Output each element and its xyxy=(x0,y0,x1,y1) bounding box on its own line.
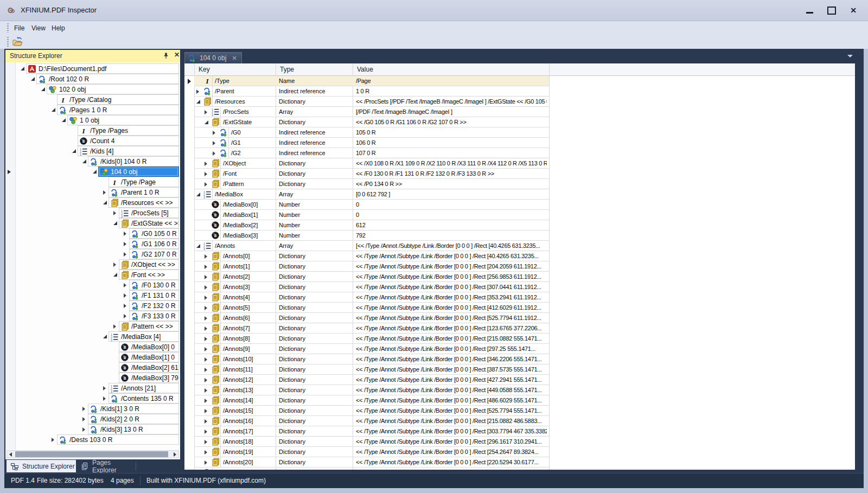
tree-item[interactable]: I/Type /Page xyxy=(5,177,180,188)
expand-arrow-icon[interactable] xyxy=(205,440,207,444)
tree-node[interactable]: /XObject << >> xyxy=(119,259,179,270)
tree-item[interactable]: /G0 105 0 R xyxy=(5,228,180,239)
expand-arrow-icon[interactable] xyxy=(124,304,126,308)
table-row[interactable]: 123/MediaBoxArray[0 0 612 792 ] xyxy=(194,189,549,200)
table-row[interactable]: /ExtGStateDictionary<< /G0 105 0 R /G1 1… xyxy=(194,117,549,127)
expand-arrow-icon[interactable] xyxy=(205,347,207,351)
tree-item[interactable]: /Pages 1 0 R xyxy=(5,105,180,116)
expand-arrow-icon[interactable] xyxy=(103,190,106,195)
collapse-arrow-icon[interactable] xyxy=(205,120,208,124)
tree-item[interactable]: /ExtGState << >> xyxy=(5,218,180,229)
table-row[interactable]: /Annots[13]Dictionary<< /Type /Annot /Su… xyxy=(194,385,549,395)
tree-node[interactable]: /Contents 135 0 R xyxy=(108,393,179,404)
tree-item[interactable]: /Kids[1] 3 0 R xyxy=(5,404,180,414)
tree-item[interactable]: 104 0 obj xyxy=(5,167,180,177)
structure-explorer-header[interactable]: Structure Explorer ✕ xyxy=(5,50,180,62)
tree-item[interactable]: /Kids[3] 13 0 R xyxy=(5,424,180,435)
collapse-arrow-icon[interactable] xyxy=(62,118,66,122)
tree-item[interactable]: /Contents 135 0 R xyxy=(5,393,180,404)
tree-item[interactable]: /Dests 103 0 R xyxy=(5,434,180,445)
expand-arrow-icon[interactable] xyxy=(124,293,126,298)
table-row[interactable]: 8/MediaBox[0]Number0 xyxy=(194,200,549,210)
tree-node[interactable]: D:\Files\Document1.pdf xyxy=(26,63,179,74)
column-header-value[interactable]: Value xyxy=(357,66,373,73)
tree-node[interactable]: /Pattern << >> xyxy=(119,321,179,331)
document-tab-104-0-obj[interactable]: 104 0 obj ✕ xyxy=(184,52,242,63)
tab-pages-explorer[interactable]: Pages Explorer xyxy=(76,460,134,472)
table-row[interactable]: /Annots[3]Dictionary<< /Type /Annot /Sub… xyxy=(194,282,549,292)
tree-node[interactable]: 8/MediaBox[3] 792 xyxy=(119,373,179,383)
table-row[interactable]: /Annots[14]Dictionary<< /Type /Annot /Su… xyxy=(194,395,549,406)
tree-item[interactable]: 8/MediaBox[3] 792 xyxy=(5,373,180,383)
expand-arrow-icon[interactable] xyxy=(196,89,199,94)
expand-arrow-icon[interactable] xyxy=(205,357,207,362)
tree-item[interactable]: /F2 132 0 R xyxy=(5,300,180,311)
tree-item[interactable]: 123/ProcSets [5] xyxy=(5,208,180,219)
table-row[interactable]: /Annots[6]Dictionary<< /Type /Annot /Sub… xyxy=(194,313,549,323)
tree-item[interactable]: /F0 130 0 R xyxy=(5,280,180,291)
tree-item[interactable]: D:\Files\Document1.pdf xyxy=(5,63,180,74)
tree-item[interactable]: 1 0 obj xyxy=(5,115,180,126)
expand-arrow-icon[interactable] xyxy=(205,450,207,454)
table-row[interactable]: /FontDictionary<< /F0 130 0 R /F1 131 0 … xyxy=(194,169,549,179)
tree-node[interactable]: 8/Count 4 xyxy=(78,136,179,146)
table-row[interactable]: /Annots[8]Dictionary<< /Type /Annot /Sub… xyxy=(194,334,549,344)
horizontal-scrollbar[interactable] xyxy=(7,450,179,458)
table-row[interactable]: /Annots[5]Dictionary<< /Type /Annot /Sub… xyxy=(194,303,549,313)
collapse-arrow-icon[interactable] xyxy=(113,221,117,225)
scrollbar-thumb[interactable] xyxy=(15,451,168,457)
collapse-arrow-icon[interactable] xyxy=(196,193,200,196)
open-file-button[interactable] xyxy=(10,35,24,48)
tree-item[interactable]: 123/Kids [4] xyxy=(5,146,180,157)
collapse-arrow-icon[interactable] xyxy=(113,273,117,277)
tree-item[interactable]: I/Type /Pages xyxy=(5,125,180,136)
tree-node[interactable]: 123/Kids [4] xyxy=(78,146,179,156)
menu-help[interactable]: Help xyxy=(49,23,68,33)
expand-arrow-icon[interactable] xyxy=(103,396,106,401)
table-row[interactable]: /ParentIndirect reference1 0 R xyxy=(194,86,549,97)
tree-node[interactable]: I/Type /Pages xyxy=(78,125,179,136)
expand-arrow-icon[interactable] xyxy=(124,232,126,236)
table-row[interactable]: /Annots[15]Dictionary<< /Type /Annot /Su… xyxy=(194,406,549,416)
expand-arrow-icon[interactable] xyxy=(52,438,54,442)
collapse-arrow-icon[interactable] xyxy=(93,170,97,174)
expand-arrow-icon[interactable] xyxy=(82,427,85,432)
table-row[interactable]: /Annots[0]Dictionary<< /Type /Annot /Sub… xyxy=(194,251,549,261)
tree-item[interactable]: 8/MediaBox[2] 612 xyxy=(5,362,180,373)
tree-node[interactable]: /Kids[1] 3 0 R xyxy=(88,404,179,414)
expand-arrow-icon[interactable] xyxy=(205,378,207,382)
collapse-arrow-icon[interactable] xyxy=(103,335,107,338)
table-row[interactable]: /Annots[18]Dictionary<< /Type /Annot /Su… xyxy=(194,437,549,447)
tree-node[interactable]: /Kids[0] 104 0 R xyxy=(88,156,179,167)
tree-node[interactable]: /Font << >> xyxy=(119,270,179,280)
scroll-left-arrow[interactable] xyxy=(9,452,12,457)
expand-arrow-icon[interactable] xyxy=(213,131,215,135)
column-header-type[interactable]: Type xyxy=(280,66,294,73)
expand-arrow-icon[interactable] xyxy=(205,254,207,259)
tree-item[interactable]: /F1 131 0 R xyxy=(5,290,180,301)
collapse-arrow-icon[interactable] xyxy=(52,108,55,112)
table-row[interactable]: /Annots[12]Dictionary<< /Type /Annot /Su… xyxy=(194,375,549,385)
tree-node[interactable]: 123/Annots [21] xyxy=(108,383,179,393)
expand-arrow-icon[interactable] xyxy=(205,316,207,321)
expand-arrow-icon[interactable] xyxy=(213,151,215,156)
collapse-arrow-icon[interactable] xyxy=(103,201,107,204)
expand-arrow-icon[interactable] xyxy=(205,368,207,372)
collapse-arrow-icon[interactable] xyxy=(31,77,35,81)
column-header-key[interactable]: Key xyxy=(199,66,210,73)
table-row[interactable]: /Annots[9]Dictionary<< /Type /Annot /Sub… xyxy=(194,344,549,354)
tree-item[interactable]: 102 0 obj xyxy=(5,84,180,95)
table-row[interactable]: /Annots[1]Dictionary<< /Type /Annot /Sub… xyxy=(194,261,549,272)
tree-item[interactable]: 123/MediaBox [4] xyxy=(5,331,180,342)
minimize-button[interactable] xyxy=(800,3,819,17)
tree-node[interactable]: /Pages 1 0 R xyxy=(57,105,179,115)
collapse-arrow-icon[interactable] xyxy=(72,149,76,153)
table-row[interactable]: /G1Indirect reference106 0 R xyxy=(194,138,549,148)
tree-node[interactable]: 8/MediaBox[1] 0 xyxy=(119,352,179,362)
maximize-button[interactable] xyxy=(822,3,841,17)
expand-arrow-icon[interactable] xyxy=(82,407,85,411)
expand-arrow-icon[interactable] xyxy=(213,141,215,145)
table-row[interactable]: /G2Indirect reference107 0 R xyxy=(194,148,549,158)
table-row[interactable]: /PatternDictionary<< /P0 134 0 R >> xyxy=(194,179,549,189)
tree-node[interactable]: /F3 133 0 R xyxy=(129,311,179,321)
